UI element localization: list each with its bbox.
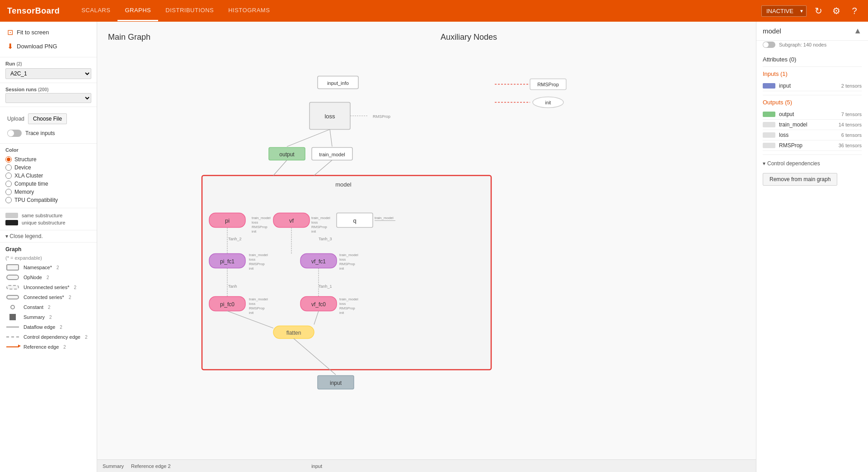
train-model-node[interactable]: train_model	[312, 148, 352, 160]
close-legend-label: ▾ Close legend.	[5, 233, 43, 239]
model-node[interactable]: model pi vf q train_model loss RMSProp i…	[202, 176, 491, 370]
color-tpu-radio[interactable]	[5, 197, 12, 203]
download-png-action[interactable]: ⬇ Download PNG	[5, 39, 91, 53]
nav-graphs[interactable]: GRAPHS	[117, 0, 158, 21]
svg-text:init: init	[249, 266, 254, 271]
legend-dataflow-label: Dataflow edge	[23, 324, 55, 330]
train-model-color-bar	[763, 122, 775, 127]
output-node[interactable]: output	[269, 148, 305, 160]
color-xla-option[interactable]: XLA Cluster	[5, 172, 91, 180]
color-compute-label: Compute time	[14, 181, 48, 187]
nav-links: SCALARS GRAPHS DISTRIBUTIONS HISTOGRAMS	[74, 0, 277, 21]
loss-item-value: 6 tensors	[841, 132, 862, 138]
loss-node[interactable]: loss RMSProp	[310, 103, 390, 130]
color-structure-option[interactable]: Structure	[5, 155, 91, 164]
svg-text:init: init	[545, 100, 551, 105]
svg-text:RMSProp: RMSProp	[249, 262, 265, 266]
color-memory-radio[interactable]	[5, 189, 12, 195]
nav-distributions[interactable]: DISTRIBUTIONS	[158, 0, 221, 21]
rmsprop-item-value: 36 tensors	[839, 143, 862, 148]
aux-model-node[interactable]: init	[495, 97, 563, 108]
legend-constant-icon	[5, 304, 20, 311]
nav-scalars[interactable]: SCALARS	[74, 0, 117, 21]
panel-toggle-knob	[763, 42, 769, 47]
download-icon: ⬇	[7, 42, 13, 51]
output-item-value: 7 tensors	[841, 112, 862, 117]
input-status-label: input	[311, 463, 322, 469]
legend-reference: Reference edge 2	[5, 342, 91, 352]
legend-namespace-label: Namespace*	[23, 265, 52, 270]
color-device-option[interactable]: Device	[5, 164, 91, 172]
attributes-title: Attributes (0)	[763, 56, 862, 63]
svg-text:vf_fc0: vf_fc0	[311, 301, 326, 308]
layout: ⊡ Fit to screen ⬇ Download PNG Run (2) A…	[0, 22, 868, 472]
run-select[interactable]: A2C_1	[5, 68, 91, 79]
legend-summary-label: Summary	[23, 314, 45, 320]
color-compute-option[interactable]: Compute time	[5, 180, 91, 188]
legend-namespace-icon	[5, 264, 20, 271]
color-compute-radio[interactable]	[5, 181, 12, 187]
legend-summary-num: 2	[49, 315, 52, 320]
color-memory-option[interactable]: Memory	[5, 188, 91, 196]
color-xla-radio[interactable]	[5, 173, 12, 179]
sidebar-top-actions: ⊡ Fit to screen ⬇ Download PNG	[0, 22, 97, 57]
status-selector[interactable]: INACTIVE ACTIVE	[761, 5, 807, 17]
run-section: Run (2) A2C_1	[0, 57, 97, 83]
panel-toggle[interactable]	[763, 42, 775, 48]
status-selector-wrapper[interactable]: INACTIVE ACTIVE ▼	[761, 5, 807, 17]
svg-text:loss: loss	[311, 220, 318, 224]
graph-svg[interactable]: RMSProp init input_info loss	[97, 22, 756, 472]
right-panel-title: model	[763, 27, 781, 35]
session-runs-label: Session runs (200)	[5, 87, 91, 92]
train-model-item-row: train_model 14 tensors	[763, 120, 862, 130]
right-panel-subtitle: Subgraph: 140 nodes	[756, 41, 868, 51]
input-item-left: input	[763, 83, 791, 89]
nav-histograms[interactable]: HISTOGRAMS	[221, 0, 277, 21]
color-device-radio[interactable]	[5, 164, 12, 171]
control-deps-row[interactable]: ▾ Control dependencies	[763, 159, 862, 168]
settings-icon[interactable]: ⚙	[830, 5, 843, 16]
legend-unconnected-icon	[5, 284, 20, 291]
trace-inputs-row: Trace inputs	[5, 127, 91, 140]
svg-text:train_model: train_model	[339, 297, 358, 301]
legend-namespace: Namespace* 2	[5, 262, 91, 272]
legend-unconnected: Unconnected series* 2	[5, 282, 91, 292]
svg-text:q: q	[353, 217, 356, 224]
refresh-icon[interactable]: ↻	[812, 5, 825, 16]
legend-control-dep-label: Control dependency edge	[23, 334, 80, 340]
output-item-row: output 7 tensors	[763, 109, 862, 120]
svg-text:RMSProp: RMSProp	[249, 306, 265, 310]
svg-text:input_info: input_info	[327, 80, 349, 86]
graph-area[interactable]: Main Graph Auxiliary Nodes RMSProp init	[97, 22, 756, 472]
color-structure-label: Structure	[14, 156, 37, 163]
legend-unconnected-num: 2	[74, 285, 77, 290]
fit-to-screen-action[interactable]: ⊡ Fit to screen	[5, 25, 91, 39]
input-info-node[interactable]: input_info	[318, 76, 358, 89]
legend-control-dep: Control dependency edge 2	[5, 332, 91, 342]
graph-legend-title: Graph	[5, 246, 91, 252]
session-runs-select[interactable]	[5, 93, 91, 103]
trace-inputs-toggle[interactable]	[7, 130, 22, 137]
color-tpu-option[interactable]: TPU Compatibility	[5, 196, 91, 204]
right-panel-close-button[interactable]: ▲	[854, 26, 862, 36]
train-model-item-left: train_model	[763, 122, 807, 128]
choose-file-button[interactable]: Choose File	[28, 113, 67, 124]
svg-text:train_model: train_model	[375, 216, 394, 220]
aux-rmsprop-node[interactable]: RMSProp	[495, 79, 566, 90]
app-logo: TensorBoard	[7, 6, 60, 16]
help-icon[interactable]: ?	[848, 6, 861, 16]
bottom-status: Summary Reference edge 2 input	[97, 459, 756, 472]
color-structure-radio[interactable]	[5, 156, 12, 163]
upload-label: Upload	[7, 116, 24, 122]
input-node[interactable]: input	[318, 376, 354, 389]
input-item-value: 2 tensors	[841, 83, 862, 89]
svg-text:train_model: train_model	[319, 152, 345, 157]
remove-from-main-graph-button[interactable]: Remove from main graph	[763, 173, 837, 186]
legend-reference-num: 2	[63, 345, 66, 350]
close-legend-button[interactable]: ▾ Close legend.	[0, 230, 97, 242]
right-panel-body: Attributes (0) Inputs (1) input 2 tensor…	[756, 51, 868, 472]
nav-right: INACTIVE ACTIVE ▼ ↻ ⚙ ?	[761, 5, 861, 17]
legend-constant-label: Constant	[23, 304, 43, 310]
legend-connected-label: Connected series*	[23, 294, 64, 300]
rmsprop-item-row: RMSProp 36 tensors	[763, 140, 862, 151]
